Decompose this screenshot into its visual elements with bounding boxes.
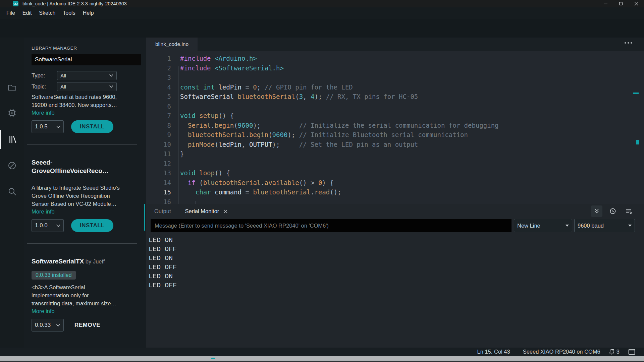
chevron-down-icon bbox=[109, 74, 113, 77]
gutter-divider bbox=[178, 66, 178, 204]
library-card: SoftwareSerial at baud rates 9600,19200 … bbox=[24, 93, 146, 133]
chevron-down-icon bbox=[566, 225, 569, 227]
line-number: 3 bbox=[146, 73, 171, 82]
status-bar: Ln 15, Col 43 Seeed XIAO RP2040 on COM6 … bbox=[0, 348, 644, 356]
panel-scrollbar[interactable] bbox=[144, 204, 145, 231]
collapse-panel-button[interactable] bbox=[591, 205, 602, 217]
menu-tools[interactable]: Tools bbox=[59, 7, 79, 19]
install-button[interactable]: INSTALL bbox=[71, 219, 113, 232]
chevron-down-icon bbox=[56, 224, 60, 227]
tab-serial-monitor[interactable]: Serial Monitor bbox=[185, 208, 228, 215]
chevron-down-icon bbox=[56, 324, 60, 327]
sidebar-item-sketchbook[interactable] bbox=[0, 77, 24, 97]
code-line: 6 bbox=[146, 102, 644, 111]
chevron-down-icon bbox=[56, 125, 60, 128]
books-icon bbox=[7, 134, 17, 144]
menu-sketch[interactable]: Sketch bbox=[35, 7, 59, 19]
line-number: 13 bbox=[146, 168, 171, 178]
line-ending-select[interactable]: New Line bbox=[514, 219, 572, 232]
install-button[interactable]: INSTALL bbox=[71, 120, 113, 133]
chip-icon bbox=[7, 108, 17, 118]
line-number: 7 bbox=[146, 111, 171, 121]
library-title: SoftwareSerialTX by Jueff bbox=[32, 257, 146, 266]
code-line: 4const int ledPin = 0; // GPIO pin for t… bbox=[146, 82, 644, 92]
minimize-button[interactable] bbox=[598, 0, 613, 7]
line-number: 9 bbox=[146, 130, 171, 140]
overview-ruler-mark bbox=[633, 93, 639, 94]
overflow-menu-icon[interactable] bbox=[624, 42, 633, 44]
maximize-button[interactable] bbox=[613, 0, 629, 7]
more-info-link[interactable]: More info bbox=[32, 109, 146, 116]
sidebar-item-library-manager[interactable] bbox=[0, 130, 24, 149]
code-line: 1#include <Arduino.h> bbox=[146, 54, 644, 63]
type-filter-select[interactable]: All bbox=[57, 71, 117, 80]
double-chevron-down-icon bbox=[594, 208, 599, 214]
library-description: SoftwareSerial at baud rates 9600,19200 … bbox=[32, 93, 146, 109]
library-card: Seeed-GroveOfflineVoiceReco…A library to… bbox=[24, 158, 146, 232]
cursor-position: Ln 15, Col 43 bbox=[477, 349, 510, 355]
code-line: 12 bbox=[146, 159, 644, 169]
chevron-down-icon bbox=[628, 225, 632, 227]
library-title: Seeed-GroveOfflineVoiceReco… bbox=[32, 158, 146, 175]
sidebar-item-search[interactable] bbox=[0, 182, 24, 201]
library-description: A library to Integrate Seeed Studio'sGro… bbox=[32, 184, 146, 208]
code-line: 3 bbox=[146, 73, 644, 82]
version-select[interactable]: 1.0.0 bbox=[32, 219, 64, 232]
tab-output[interactable]: Output bbox=[154, 208, 171, 215]
close-button[interactable] bbox=[629, 0, 644, 7]
code-line: 14 if (bluetoothSerial.available() > 0) … bbox=[146, 178, 644, 188]
tab-blink-code[interactable]: blink_code.ino bbox=[146, 38, 198, 51]
code-line: 15 char command = bluetoothSerial.read()… bbox=[146, 187, 644, 197]
type-filter-label: Type: bbox=[32, 72, 57, 79]
line-number: 12 bbox=[146, 159, 171, 169]
menu-bar: File Edit Sketch Tools Help bbox=[0, 7, 644, 19]
serial-output-line: LED ON bbox=[149, 254, 641, 263]
version-select[interactable]: 0.0.33 bbox=[32, 319, 64, 331]
serial-output-line: LED ON bbox=[149, 272, 641, 281]
remove-button[interactable]: REMOVE bbox=[71, 319, 104, 331]
more-info-link[interactable]: More info bbox=[32, 208, 146, 215]
code-editor[interactable]: 1#include <Arduino.h>2#include <Software… bbox=[146, 51, 644, 204]
topic-filter-select[interactable]: All bbox=[57, 82, 117, 91]
timestamp-toggle-button[interactable] bbox=[607, 205, 619, 217]
menu-file[interactable]: File bbox=[3, 7, 19, 19]
line-number: 8 bbox=[146, 121, 171, 130]
debug-disabled-icon bbox=[7, 161, 17, 171]
indent-guide bbox=[195, 201, 196, 204]
menu-help[interactable]: Help bbox=[79, 7, 98, 19]
version-select[interactable]: 1.0.5 bbox=[32, 120, 64, 133]
indent-guide bbox=[183, 134, 183, 163]
line-number: 10 bbox=[146, 140, 171, 149]
library-search-input[interactable] bbox=[32, 54, 141, 65]
sidebar-item-boards-manager[interactable] bbox=[0, 103, 24, 123]
activity-bar bbox=[0, 38, 24, 348]
baud-rate-select[interactable]: 9600 baud bbox=[574, 219, 635, 232]
code-line: 8 Serial.begin(9600); // Initialize the … bbox=[146, 121, 644, 130]
topic-filter-label: Topic: bbox=[32, 83, 57, 90]
main-area: LIBRARY MANAGER Type: All Topic: All Sof… bbox=[0, 38, 644, 348]
code-line: 13void loop() { bbox=[146, 168, 644, 178]
taskbar-sliver bbox=[0, 356, 644, 362]
code-line: 16 bbox=[146, 197, 644, 204]
title-bar: blink_code | Arduino IDE 2.3.3-nightly-2… bbox=[0, 0, 644, 7]
line-number: 4 bbox=[146, 82, 171, 92]
clock-icon bbox=[609, 208, 616, 215]
divider bbox=[27, 243, 137, 244]
arduino-logo-icon bbox=[13, 1, 18, 6]
serial-message-input[interactable] bbox=[151, 219, 512, 232]
close-icon[interactable] bbox=[224, 209, 227, 213]
library-results-list: SoftwareSerial at baud rates 9600,19200 … bbox=[24, 93, 146, 331]
serial-output[interactable]: LED ONLED OFFLED ONLED OFFLED ONLED OFF bbox=[149, 236, 641, 348]
more-info-link[interactable]: More info bbox=[32, 307, 146, 315]
clear-output-button[interactable] bbox=[623, 205, 635, 217]
code-line: 11} bbox=[146, 149, 644, 159]
serial-output-line: LED OFF bbox=[149, 263, 641, 272]
indent-guide bbox=[183, 192, 183, 204]
line-number: 16 bbox=[146, 197, 171, 204]
divider bbox=[27, 144, 137, 145]
sidebar-item-debug[interactable] bbox=[0, 156, 24, 175]
menu-edit[interactable]: Edit bbox=[19, 7, 36, 19]
editor-tab-bar: blink_code.ino bbox=[146, 38, 644, 51]
notifications[interactable]: 3 bbox=[608, 349, 620, 355]
toggle-panel-icon[interactable] bbox=[628, 349, 635, 355]
